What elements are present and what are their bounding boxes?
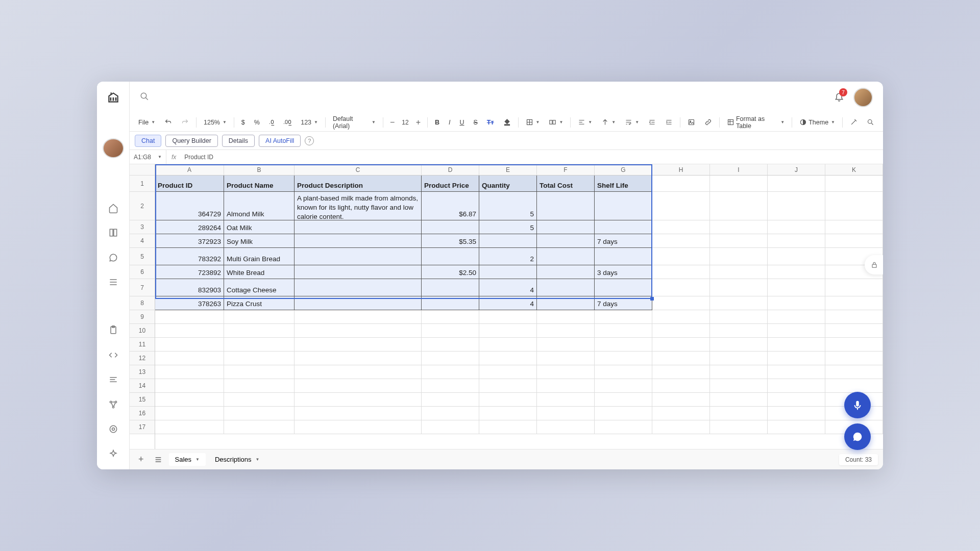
halign-button[interactable]: ▼ — [574, 117, 596, 128]
indent-decrease-button[interactable] — [645, 117, 659, 128]
cell[interactable] — [710, 176, 768, 192]
cell[interactable] — [825, 296, 883, 310]
cell[interactable] — [422, 393, 479, 407]
cell[interactable]: Shelf Life — [595, 176, 652, 192]
toolbar-search-icon[interactable] — [863, 117, 878, 128]
cell[interactable] — [224, 379, 295, 393]
valign-button[interactable]: ▼ — [598, 117, 619, 128]
cell[interactable]: 4 — [479, 296, 537, 310]
cell[interactable] — [768, 279, 825, 296]
cell[interactable] — [295, 324, 422, 338]
cell[interactable] — [479, 420, 537, 434]
cell[interactable]: 5 — [479, 192, 537, 220]
cell[interactable] — [479, 407, 537, 420]
cell[interactable]: Product Description — [295, 176, 422, 192]
column-header[interactable]: B — [224, 164, 295, 176]
workspace-avatar[interactable] — [103, 138, 124, 158]
font-dropdown[interactable]: Default (Arial)▼ — [329, 114, 379, 131]
cell[interactable] — [422, 379, 479, 393]
cell[interactable] — [224, 352, 295, 365]
cell[interactable] — [768, 265, 825, 279]
cell[interactable] — [479, 265, 537, 279]
ai-autofill-tab[interactable]: AI AutoFill — [259, 135, 301, 147]
chat-icon[interactable] — [103, 248, 124, 267]
row-header[interactable]: 12 — [130, 352, 155, 365]
column-header[interactable]: J — [768, 164, 825, 176]
notifications-button[interactable]: 7 — [834, 91, 844, 104]
cell[interactable] — [595, 365, 652, 379]
cell[interactable] — [768, 338, 825, 352]
cell[interactable] — [155, 324, 224, 338]
cell[interactable] — [652, 248, 710, 265]
cell[interactable] — [595, 324, 652, 338]
chat-tab[interactable]: Chat — [135, 135, 161, 147]
cell[interactable] — [652, 379, 710, 393]
cell[interactable] — [652, 352, 710, 365]
cell[interactable] — [155, 310, 224, 324]
cell[interactable] — [825, 176, 883, 192]
cell[interactable] — [652, 310, 710, 324]
column-header[interactable]: G — [595, 164, 652, 176]
cell[interactable] — [652, 234, 710, 248]
cell[interactable] — [825, 192, 883, 220]
cell[interactable] — [768, 310, 825, 324]
cell[interactable] — [652, 324, 710, 338]
cell[interactable] — [422, 296, 479, 310]
image-button[interactable] — [684, 117, 699, 128]
cell[interactable] — [295, 420, 422, 434]
decimal-increase-button[interactable]: .00̲ — [280, 117, 295, 127]
cell[interactable]: 783292 — [155, 248, 224, 265]
sheet-tab-descriptions[interactable]: Descriptions▼ — [209, 453, 265, 466]
cell[interactable] — [652, 192, 710, 220]
cell[interactable] — [155, 338, 224, 352]
cell[interactable] — [595, 352, 652, 365]
cell[interactable] — [825, 324, 883, 338]
row-header[interactable]: 2 — [130, 192, 155, 220]
cell[interactable] — [479, 234, 537, 248]
cell[interactable] — [652, 365, 710, 379]
cell[interactable] — [710, 192, 768, 220]
cell[interactable] — [710, 420, 768, 434]
cell[interactable] — [537, 352, 595, 365]
cell[interactable] — [537, 234, 595, 248]
fontsize-decrease-button[interactable]: − — [387, 117, 398, 128]
cell[interactable] — [155, 365, 224, 379]
cell[interactable] — [537, 279, 595, 296]
cell[interactable] — [295, 265, 422, 279]
user-avatar[interactable] — [853, 88, 873, 107]
cell[interactable]: Soy Milk — [224, 234, 295, 248]
cell[interactable] — [537, 265, 595, 279]
cell[interactable] — [595, 420, 652, 434]
cell[interactable] — [710, 393, 768, 407]
search-icon[interactable] — [140, 92, 149, 103]
row-header[interactable]: 3 — [130, 220, 155, 234]
cell[interactable] — [295, 379, 422, 393]
cell[interactable] — [595, 192, 652, 220]
format-as-table-button[interactable]: Format as Table▼ — [723, 114, 788, 131]
cell[interactable] — [652, 220, 710, 234]
borders-button[interactable]: ▼ — [522, 117, 544, 128]
cell[interactable] — [422, 220, 479, 234]
cell[interactable] — [224, 324, 295, 338]
cell[interactable]: 7 days — [595, 296, 652, 310]
cell[interactable] — [652, 265, 710, 279]
book-icon[interactable] — [103, 223, 124, 242]
cell[interactable] — [295, 234, 422, 248]
cell[interactable]: 832903 — [155, 279, 224, 296]
cell[interactable] — [652, 296, 710, 310]
column-header[interactable]: F — [537, 164, 595, 176]
cell[interactable]: Product Name — [224, 176, 295, 192]
cell[interactable] — [825, 365, 883, 379]
voice-fab[interactable] — [844, 392, 871, 418]
cell[interactable]: Product ID — [155, 176, 224, 192]
column-header[interactable]: A — [155, 164, 224, 176]
cell[interactable] — [537, 407, 595, 420]
cell[interactable]: Multi Grain Bread — [224, 248, 295, 265]
cell[interactable] — [224, 365, 295, 379]
cell[interactable] — [422, 420, 479, 434]
cell[interactable] — [479, 310, 537, 324]
cell-reference-box[interactable]: A1:G8 ▼ — [130, 150, 166, 164]
cell[interactable] — [224, 393, 295, 407]
cell[interactable] — [595, 393, 652, 407]
cell[interactable] — [537, 324, 595, 338]
